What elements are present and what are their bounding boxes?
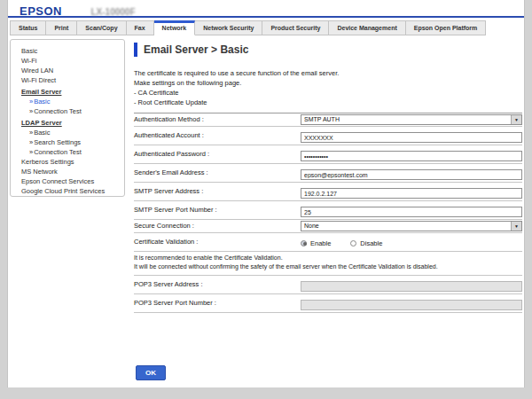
title-accent-bar [134, 43, 137, 57]
secure-connection-value: None▼ [301, 221, 522, 231]
smtp-server-address-row: SMTP Server Address : [134, 183, 522, 201]
pop3-server-port-number-label: POP3 Server Port Number : [134, 299, 301, 307]
authenticated-password-label: Authenticated Password : [134, 150, 301, 158]
tab-print[interactable]: Print [46, 20, 77, 35]
smtp-server-address-label: SMTP Server Address : [134, 187, 301, 195]
sidebar-item-wi-fi[interactable]: Wi-Fi [21, 56, 121, 66]
pop3-server-address-input [301, 281, 522, 292]
sidebar-item-basic[interactable]: Basic [21, 97, 121, 106]
dropdown-arrow-icon[interactable]: ▼ [511, 222, 521, 231]
sidebar-item-wi-fi-direct[interactable]: Wi-Fi Direct [21, 75, 121, 85]
senders-email-address-input[interactable] [301, 169, 522, 180]
certificate-validation-note: It is recommended to enable the Certific… [134, 252, 522, 276]
email-server-form: Authentication Method :SMTP AUTH▼Authent… [134, 113, 522, 313]
page-title-box: Email Server > Basic [134, 43, 522, 57]
certificate-validation-label: Certificate Validation : [134, 238, 301, 246]
authentication-method-value: SMTP AUTH▼ [301, 114, 522, 125]
senders-email-address-row: Sender's Email Address : [134, 164, 522, 183]
sidebar-item-epson-connect-services[interactable]: Epson Connect Services [21, 176, 121, 186]
description-line: - Root Certificate Update [134, 98, 522, 108]
sidebar-item-basic[interactable]: Basic [21, 128, 121, 137]
authenticated-password-value [301, 146, 522, 162]
epson-logo: EPSON [20, 4, 62, 18]
sidebar-item-basic[interactable]: Basic [21, 46, 121, 56]
certificate-validation-option-label: Enable [310, 239, 331, 247]
certificate-validation-row: Certificate Validation :EnableDisable [134, 233, 522, 252]
sidebar-item-connection-test[interactable]: Connection Test [21, 106, 121, 116]
certificate-validation-value: EnableDisable [301, 234, 522, 250]
authentication-method-selected-value: SMTP AUTH [301, 116, 511, 122]
pop3-server-port-number-row: POP3 Server Port Number : [134, 294, 522, 313]
tab-device-management[interactable]: Device Management [329, 20, 405, 35]
secure-connection-selected-value: None [301, 223, 511, 229]
authentication-method-select[interactable]: SMTP AUTH▼ [301, 114, 522, 125]
description-line: - CA Certificate [134, 89, 522, 98]
pop3-server-port-number-input [301, 300, 522, 310]
authentication-method-row: Authentication Method :SMTP AUTH▼ [134, 113, 522, 127]
tab-network[interactable]: Network [154, 20, 196, 35]
tab-fax[interactable]: Fax [127, 20, 154, 35]
sidebar-item-ms-network[interactable]: MS Network [21, 167, 121, 176]
tab-scan-copy[interactable]: Scan/Copy [77, 20, 126, 35]
header: EPSON LX-10000F [8, 0, 524, 18]
sidebar-item-ldap-server[interactable]: LDAP Server [21, 118, 121, 128]
smtp-server-port-number-input[interactable] [301, 207, 522, 217]
certificate-validation-radio-enable[interactable]: Enable [301, 239, 331, 247]
sidebar-nav: BasicWi-FiWired LANWi-Fi DirectEmail Ser… [10, 39, 125, 197]
pop3-server-address-row: POP3 Server Address : [134, 276, 522, 294]
printer-model-name: LX-10000F [90, 7, 135, 17]
smtp-server-address-value [301, 184, 522, 200]
radio-icon[interactable] [350, 240, 356, 246]
sidebar-item-email-server[interactable]: Email Server [21, 87, 121, 97]
tab-network-security[interactable]: Network Security [195, 20, 262, 35]
description-line: Make settings on the following page. [134, 79, 522, 89]
dropdown-arrow-icon[interactable]: ▼ [511, 115, 521, 124]
tab-epson-open-platform[interactable]: Epson Open Platform [406, 20, 487, 35]
pop3-server-port-number-value [301, 295, 522, 311]
authenticated-account-value [301, 128, 522, 144]
smtp-server-port-number-value [301, 202, 522, 218]
authenticated-password-input[interactable] [301, 151, 522, 161]
secure-connection-label: Secure Connection : [134, 222, 301, 230]
pop3-server-address-label: POP3 Server Address : [134, 280, 301, 288]
radio-icon[interactable] [301, 240, 307, 246]
certificate-validation-option-label: Disable [360, 239, 382, 247]
authentication-method-label: Authentication Method : [134, 115, 301, 123]
senders-email-address-value [301, 165, 522, 181]
ok-button[interactable]: OK [136, 365, 166, 380]
smtp-server-port-number-label: SMTP Server Port Number : [134, 206, 301, 214]
sidebar-item-kerberos-settings[interactable]: Kerberos Settings [21, 157, 121, 167]
smtp-server-address-input[interactable] [301, 188, 522, 199]
tab-bar: StatusPrintScan/CopyFaxNetworkNetwork Se… [8, 20, 524, 35]
smtp-server-port-number-row: SMTP Server Port Number : [134, 201, 522, 220]
sidebar-item-google-cloud-print-services[interactable]: Google Cloud Print Services [21, 186, 121, 196]
senders-email-address-label: Sender's Email Address : [134, 168, 301, 176]
admin-page: EPSON LX-10000F StatusPrintScan/CopyFaxN… [7, 0, 525, 387]
main-content: Email Server > Basic The certificate is … [134, 43, 522, 313]
sidebar-item-connection-test[interactable]: Connection Test [21, 147, 121, 157]
page-title: Email Server > Basic [144, 43, 248, 56]
page-description: The certificate is required to use a sec… [134, 69, 522, 108]
authenticated-password-row: Authenticated Password : [134, 145, 522, 164]
secure-connection-row: Secure Connection :None▼ [134, 220, 522, 233]
tab-product-security[interactable]: Product Security [262, 20, 329, 35]
authenticated-account-row: Authenticated Account : [134, 127, 522, 145]
sidebar-item-wired-lan[interactable]: Wired LAN [21, 66, 121, 75]
authenticated-account-input[interactable] [301, 132, 522, 143]
authenticated-account-label: Authenticated Account : [134, 131, 301, 139]
secure-connection-select[interactable]: None▼ [301, 221, 522, 231]
pop3-server-address-value [301, 277, 522, 293]
description-line: The certificate is required to use a sec… [134, 69, 522, 79]
tab-status[interactable]: Status [10, 20, 46, 35]
certificate-validation-radio-disable[interactable]: Disable [350, 239, 382, 247]
sidebar-item-search-settings[interactable]: Search Settings [21, 137, 121, 147]
